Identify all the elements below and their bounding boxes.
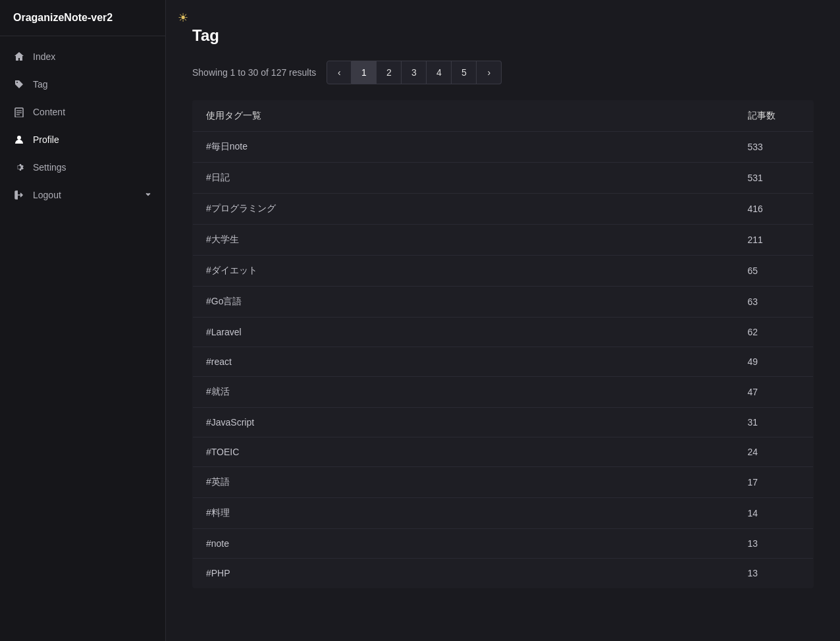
tag-cell: #JavaScript: [193, 408, 735, 437]
page-4-button[interactable]: 4: [427, 61, 452, 84]
count-cell: 24: [735, 437, 814, 467]
col-header-count: 記事数: [735, 101, 814, 132]
sidebar-item-settings-label: Settings: [33, 162, 152, 173]
page-5-button[interactable]: 5: [452, 61, 477, 84]
app-title: OraganizeNote-ver2: [0, 0, 165, 36]
sidebar-item-profile-label: Profile: [33, 134, 152, 145]
count-cell: 13: [735, 559, 814, 588]
table-row: #Go言語63: [193, 287, 814, 318]
table-row: #英語17: [193, 467, 814, 498]
tag-cell: #大学生: [193, 225, 735, 256]
page-2-button[interactable]: 2: [377, 61, 402, 84]
sidebar-item-index-label: Index: [33, 51, 152, 62]
count-cell: 533: [735, 132, 814, 163]
tag-cell: #プログラミング: [193, 194, 735, 225]
tag-cell: #毎日note: [193, 132, 735, 163]
table-row: #就活47: [193, 377, 814, 408]
sidebar-item-logout[interactable]: Logout: [0, 181, 165, 209]
next-page-button[interactable]: ›: [477, 61, 502, 84]
tag-cell: #料理: [193, 498, 735, 529]
app-title-text: OraganizeNote-ver2: [13, 12, 113, 23]
tag-cell: #react: [193, 347, 735, 377]
table-header: 使用タグ一覧 記事数: [193, 101, 814, 132]
table-row: #TOEIC24: [193, 437, 814, 467]
table-row: #プログラミング416: [193, 194, 814, 225]
theme-toggle[interactable]: ☀: [178, 11, 188, 25]
count-cell: 531: [735, 163, 814, 194]
content-icon: [13, 106, 25, 118]
sidebar-item-tag[interactable]: Tag: [0, 70, 165, 98]
count-cell: 416: [735, 194, 814, 225]
table-row: #毎日note533: [193, 132, 814, 163]
sidebar-item-tag-label: Tag: [33, 79, 152, 90]
chevron-down-icon: [144, 190, 152, 200]
tag-table: 使用タグ一覧 記事数 #毎日note533#日記531#プログラミング416#大…: [192, 100, 814, 588]
tag-icon: [13, 78, 25, 90]
table-row: #Laravel62: [193, 318, 814, 347]
sidebar-item-settings[interactable]: Settings: [0, 153, 165, 181]
page-3-button[interactable]: 3: [402, 61, 427, 84]
count-cell: 211: [735, 225, 814, 256]
sidebar-item-index[interactable]: Index: [0, 43, 165, 70]
page-1-button[interactable]: 1: [352, 61, 377, 84]
count-cell: 49: [735, 347, 814, 377]
count-cell: 65: [735, 256, 814, 287]
tag-cell: #TOEIC: [193, 437, 735, 467]
count-cell: 13: [735, 529, 814, 559]
tag-cell: #日記: [193, 163, 735, 194]
sidebar-item-content-label: Content: [33, 107, 152, 117]
tag-cell: #note: [193, 529, 735, 559]
pagination: ‹ 1 2 3 4 5 ›: [327, 61, 502, 84]
table-row: #ダイエット65: [193, 256, 814, 287]
prev-page-button[interactable]: ‹: [327, 61, 352, 84]
sidebar-nav: Index Tag Content: [0, 36, 165, 641]
table-row: #react49: [193, 347, 814, 377]
tag-cell: #就活: [193, 377, 735, 408]
sidebar-item-profile[interactable]: Profile: [0, 126, 165, 153]
table-row: #PHP13: [193, 559, 814, 588]
count-cell: 17: [735, 467, 814, 498]
gear-icon: [13, 161, 25, 173]
page-title: Tag: [192, 26, 814, 45]
showing-text: Showing 1 to 30 of 127 results: [192, 67, 316, 78]
count-cell: 47: [735, 377, 814, 408]
table-row: #料理14: [193, 498, 814, 529]
col-header-tag: 使用タグ一覧: [193, 101, 735, 132]
tag-cell: #PHP: [193, 559, 735, 588]
tag-cell: #Go言語: [193, 287, 735, 318]
count-cell: 14: [735, 498, 814, 529]
table-body: #毎日note533#日記531#プログラミング416#大学生211#ダイエット…: [193, 132, 814, 588]
home-icon: [13, 51, 25, 63]
table-row: #日記531: [193, 163, 814, 194]
table-row: #大学生211: [193, 225, 814, 256]
sidebar: OraganizeNote-ver2 ☀ Index Tag: [0, 0, 166, 641]
theme-icon: ☀: [178, 11, 188, 24]
table-row: #JavaScript31: [193, 408, 814, 437]
logout-icon: [13, 189, 25, 201]
tag-cell: #英語: [193, 467, 735, 498]
main-content: Tag Showing 1 to 30 of 127 results ‹ 1 2…: [166, 0, 840, 641]
sidebar-item-logout-label: Logout: [33, 190, 136, 200]
pagination-row: Showing 1 to 30 of 127 results ‹ 1 2 3 4…: [192, 61, 814, 84]
svg-point-4: [17, 136, 21, 140]
table-row: #note13: [193, 529, 814, 559]
count-cell: 63: [735, 287, 814, 318]
tag-cell: #Laravel: [193, 318, 735, 347]
count-cell: 62: [735, 318, 814, 347]
count-cell: 31: [735, 408, 814, 437]
sidebar-item-content[interactable]: Content: [0, 98, 165, 126]
person-icon: [13, 134, 25, 146]
tag-cell: #ダイエット: [193, 256, 735, 287]
